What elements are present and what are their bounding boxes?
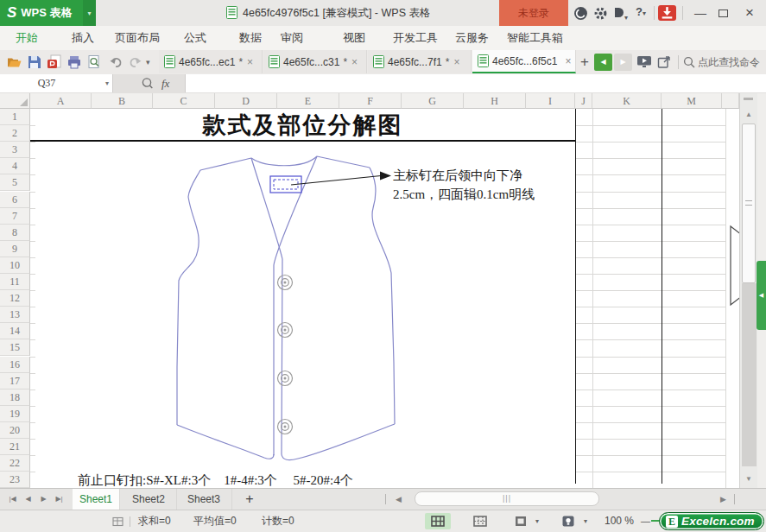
file-tab-3[interactable]: 4e65fc...6f5c1 × bbox=[472, 50, 576, 73]
row-header-11[interactable]: 11 bbox=[0, 274, 30, 290]
split-handle[interactable] bbox=[744, 98, 753, 100]
open-file-icon[interactable] bbox=[7, 54, 22, 70]
close-tab-icon[interactable]: × bbox=[351, 56, 358, 68]
row-header-3[interactable]: 3 bbox=[0, 142, 30, 158]
menu-item-7[interactable]: 开发工具 bbox=[393, 26, 438, 50]
file-tab-0[interactable]: 4e65fc...ec1 * × bbox=[159, 50, 263, 73]
page-layout-dropdown-icon[interactable]: ▾ bbox=[535, 510, 539, 532]
sheet-tab-sheet1[interactable]: Sheet1 bbox=[73, 489, 120, 510]
menu-item-0[interactable]: 开始 bbox=[16, 26, 38, 50]
close-tab-icon[interactable]: × bbox=[565, 55, 571, 67]
menu-item-3[interactable]: 公式 bbox=[184, 26, 206, 50]
undo-icon[interactable] bbox=[109, 54, 123, 70]
download-update-icon[interactable] bbox=[658, 5, 676, 21]
insert-function-fx-icon[interactable]: fx bbox=[161, 74, 169, 93]
name-box[interactable]: Q37 ▾ bbox=[0, 74, 113, 92]
column-header-A[interactable]: A bbox=[30, 93, 92, 109]
wps-logo-button[interactable]: S WPS 表格 ▾ bbox=[0, 0, 96, 26]
row-header-13[interactable]: 13 bbox=[0, 307, 30, 323]
row-header-12[interactable]: 12 bbox=[0, 290, 30, 307]
vertical-scroll-thumb[interactable] bbox=[742, 124, 756, 283]
column-header-partial[interactable] bbox=[722, 93, 739, 109]
file-tab-2[interactable]: 4e65fc...7f1 * × bbox=[368, 50, 472, 73]
row-header-23[interactable]: 23 bbox=[0, 472, 30, 488]
row-header-6[interactable]: 6 bbox=[0, 192, 30, 208]
search-icon[interactable] bbox=[683, 56, 695, 71]
sheet-tab-sheet3[interactable]: Sheet3 bbox=[176, 489, 232, 510]
row-header-8[interactable]: 8 bbox=[0, 225, 30, 241]
presentation-mode-icon[interactable] bbox=[636, 54, 652, 70]
page-break-view-button[interactable] bbox=[467, 513, 493, 529]
row-header-19[interactable]: 19 bbox=[0, 406, 30, 422]
row-header-2[interactable]: 2 bbox=[0, 125, 30, 142]
name-box-dropdown-icon[interactable]: ▾ bbox=[105, 74, 109, 92]
row-header-5[interactable]: 5 bbox=[0, 174, 30, 191]
column-header-H[interactable]: H bbox=[464, 93, 526, 109]
row-header-9[interactable]: 9 bbox=[0, 241, 30, 257]
row-header-21[interactable]: 21 bbox=[0, 439, 30, 455]
shape-3d-panel[interactable] bbox=[731, 226, 739, 305]
toolbar-customize-dropdown-icon[interactable]: ▾ bbox=[146, 50, 150, 74]
sheet-nav-1[interactable]: ◀ bbox=[21, 489, 35, 510]
zoom-out-button[interactable]: — bbox=[641, 510, 650, 532]
logo-dropdown-icon[interactable]: ▾ bbox=[83, 0, 96, 26]
redo-icon[interactable] bbox=[128, 54, 142, 70]
column-header-D[interactable]: D bbox=[215, 93, 277, 109]
column-header-F[interactable]: F bbox=[339, 93, 402, 109]
row-header-4[interactable]: 4 bbox=[0, 158, 30, 174]
add-sheet-button[interactable]: + bbox=[242, 489, 257, 510]
column-header-M[interactable]: M bbox=[662, 93, 722, 109]
print-icon[interactable] bbox=[66, 54, 82, 70]
row-header-16[interactable]: 16 bbox=[0, 357, 30, 373]
new-document-tab-button[interactable]: + bbox=[577, 50, 592, 74]
menu-item-8[interactable]: 云服务 bbox=[455, 26, 489, 50]
row-header-10[interactable]: 10 bbox=[0, 257, 30, 274]
row-header-22[interactable]: 22 bbox=[0, 455, 30, 472]
horizontal-scroll-thumb[interactable]: ||| bbox=[415, 491, 599, 506]
magnifier-icon[interactable] bbox=[141, 77, 154, 92]
menu-item-5[interactable]: 审阅 bbox=[281, 26, 303, 50]
maximize-button[interactable] bbox=[719, 10, 728, 17]
export-pdf-icon[interactable] bbox=[47, 54, 62, 70]
sheet-nav-2[interactable]: ▶ bbox=[36, 489, 51, 510]
login-button[interactable]: 未登录 bbox=[499, 0, 568, 26]
page-layout-view-button[interactable] bbox=[508, 513, 534, 529]
minimize-button[interactable]: — bbox=[688, 0, 712, 26]
close-tab-icon[interactable]: × bbox=[453, 56, 459, 68]
menu-item-6[interactable]: 视图 bbox=[343, 26, 365, 50]
normal-view-button[interactable] bbox=[425, 513, 451, 529]
reading-mode-dropdown-icon[interactable]: ▾ bbox=[584, 510, 587, 532]
save-icon[interactable] bbox=[27, 54, 42, 70]
file-tab-1[interactable]: 4e65fc...c31 * × bbox=[263, 50, 367, 73]
sidebar-collapse-tab[interactable]: ◀ bbox=[757, 261, 766, 330]
row-header-20[interactable]: 20 bbox=[0, 422, 30, 439]
community-icon[interactable] bbox=[573, 6, 588, 21]
row-header-15[interactable]: 15 bbox=[0, 339, 30, 356]
column-header-E[interactable]: E bbox=[277, 93, 339, 109]
help-icon[interactable]: ?▾ bbox=[636, 5, 646, 18]
row-header-7[interactable]: 7 bbox=[0, 208, 30, 225]
menu-item-9[interactable]: 智能工具箱 bbox=[507, 26, 563, 50]
column-header-C[interactable]: C bbox=[153, 93, 215, 109]
select-all-corner[interactable] bbox=[0, 93, 30, 109]
row-header-14[interactable]: 14 bbox=[0, 323, 30, 339]
sheet-nav-3[interactable]: ▶| bbox=[52, 489, 66, 510]
close-button[interactable]: × bbox=[737, 0, 763, 26]
print-preview-icon[interactable] bbox=[86, 54, 102, 70]
scroll-up-icon[interactable]: ▲ bbox=[740, 107, 757, 123]
reading-mode-button[interactable] bbox=[555, 513, 581, 529]
row-header-17[interactable]: 17 bbox=[0, 373, 30, 390]
spreadsheet-grid[interactable]: ABCDEFGHIJKM 123456789101112131415161718… bbox=[0, 93, 739, 488]
skin-theme-icon[interactable]: ▾ bbox=[612, 6, 631, 21]
menu-item-1[interactable]: 插入 bbox=[72, 26, 94, 50]
column-header-I[interactable]: I bbox=[526, 93, 575, 109]
hscroll-right-icon[interactable]: ▶ bbox=[720, 489, 726, 510]
menu-item-4[interactable]: 数据 bbox=[239, 26, 262, 50]
menu-item-2[interactable]: 页面布局 bbox=[115, 26, 160, 50]
formula-input[interactable] bbox=[185, 74, 766, 92]
column-header-J[interactable]: J bbox=[575, 93, 592, 109]
vertical-scrollbar[interactable]: ▲ ▼ bbox=[739, 93, 757, 488]
row-header-1[interactable]: 1 bbox=[0, 109, 30, 125]
column-header-G[interactable]: G bbox=[402, 93, 464, 109]
row-header-18[interactable]: 18 bbox=[0, 390, 30, 406]
